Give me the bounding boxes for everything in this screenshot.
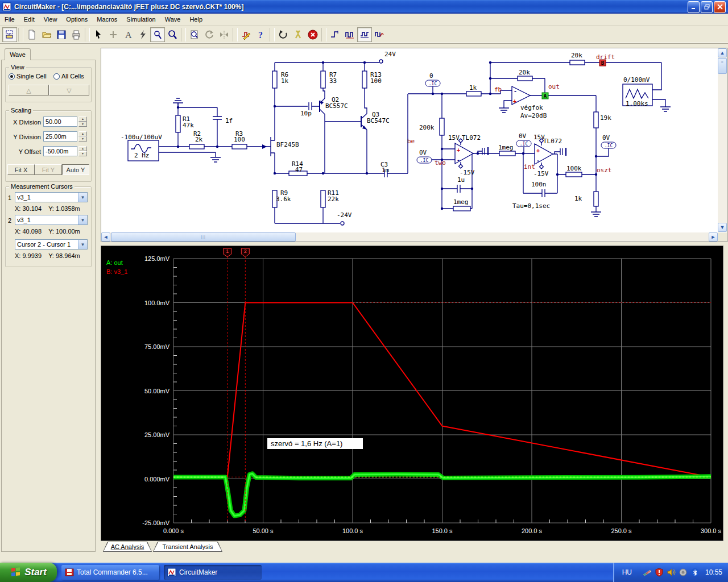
cursor2-signal-select[interactable]: v3_1 ▼ [15, 215, 88, 225]
spin-down-icon[interactable]: ▼ [78, 136, 87, 142]
schematic-hscrollbar[interactable]: ◄ ||| ► [101, 232, 718, 242]
cursor1-signal-select[interactable]: v3_1 ▼ [15, 192, 88, 202]
tab-wave[interactable]: Wave [5, 48, 31, 60]
menu-item-simulation[interactable]: Simulation [122, 14, 160, 24]
cell-up-button[interactable]: △ [9, 85, 49, 95]
fit-x-button[interactable]: Fit X [7, 164, 35, 175]
app-icon [2, 2, 11, 11]
bluetooth-icon[interactable] [690, 568, 700, 577]
tab-ac-analysis[interactable]: AC Analysis [103, 542, 152, 552]
schematic-label: BC547C [367, 117, 390, 124]
x-axis-tick-label: 300.0 s [701, 527, 722, 534]
language-indicator[interactable]: HU [622, 568, 632, 576]
restore-button[interactable] [701, 1, 713, 13]
print-icon[interactable] [69, 27, 84, 42]
menu-item-macros[interactable]: Macros [92, 14, 122, 24]
radio-all-cells-label: All Cells [61, 73, 84, 80]
x-division-spinner[interactable]: ▲▼ [78, 117, 87, 127]
start-button[interactable]: Start [0, 563, 57, 582]
vscroll-thumb[interactable]: ≡ [718, 58, 727, 74]
schematic-label: 22k [328, 196, 339, 203]
mixed-signal-icon[interactable] [372, 27, 387, 42]
fit-y-button[interactable]: Fit Y [35, 164, 62, 175]
part-browser-icon[interactable] [2, 27, 17, 42]
y-offset-input[interactable] [43, 146, 77, 156]
mirror-icon[interactable] [217, 27, 231, 42]
scroll-up-icon[interactable]: ▲ [718, 48, 727, 57]
schematic-canvas[interactable]: -+ +- +- -100u/100uV2 HzR147k1fR22kR3100… [101, 48, 718, 232]
schematic-label: 24V [384, 51, 396, 58]
zoom-tool-icon[interactable] [165, 27, 180, 42]
scroll-down-icon[interactable]: ▼ [718, 223, 727, 232]
schematic-label: 0/100mV [623, 76, 650, 84]
spin-up-icon[interactable]: ▲ [78, 131, 87, 136]
menu-item-file[interactable]: File [0, 14, 19, 24]
y-division-spinner[interactable]: ▲▼ [78, 131, 87, 142]
move-plus-icon[interactable] [106, 27, 121, 42]
chevron-down-icon[interactable]: ▼ [78, 215, 87, 225]
x-division-input[interactable] [43, 117, 77, 127]
spin-up-icon[interactable]: ▲ [78, 117, 87, 122]
radio-all-cells-icon[interactable] [53, 73, 60, 80]
task-circuitmaker[interactable]: CircuitMaker [164, 565, 262, 580]
x-axis-tick-label: 100.0 s [342, 527, 363, 534]
radio-all-cells[interactable]: All Cells [53, 73, 84, 80]
volume-icon[interactable] [667, 568, 676, 577]
y-division-input[interactable] [43, 131, 77, 142]
cursor-diff-select[interactable]: Cursor 2 - Cursor 1 ▼ [15, 239, 88, 250]
x-axis-tick-label: 200.0 s [522, 527, 543, 534]
open-file-icon[interactable] [39, 27, 54, 42]
y-offset-spinner[interactable]: ▲▼ [78, 146, 87, 156]
waveform-plot[interactable]: 12125.0mV100.0mV75.00mV50.00mV25.00mV0.0… [101, 246, 723, 541]
close-button[interactable] [714, 1, 726, 13]
menu-item-view[interactable]: View [39, 14, 62, 24]
reset-icon[interactable] [276, 27, 291, 42]
scroll-right-icon[interactable]: ► [709, 232, 718, 242]
chevron-down-icon[interactable]: ▼ [78, 240, 87, 249]
probe-tool-icon[interactable] [150, 27, 165, 42]
menu-item-edit[interactable]: Edit [19, 14, 39, 24]
zoom-page-icon[interactable] [187, 27, 202, 42]
schematic-label: 2 Hz [134, 152, 150, 159]
schematic-label: 100n [531, 181, 547, 188]
cell-down-button[interactable]: ▽ [49, 85, 89, 95]
analysis-tab-row: AC Analysis Transient Analysis [101, 542, 727, 553]
scroll-left-icon[interactable]: ◄ [101, 232, 110, 242]
schematic-vscrollbar[interactable]: ▲ ≡ ▼ [718, 48, 727, 232]
minimize-button[interactable] [688, 1, 700, 13]
radio-single-cell[interactable]: Single Cell [9, 73, 47, 80]
stop-icon[interactable] [305, 27, 320, 42]
text-tool-icon[interactable]: A [121, 27, 135, 42]
spin-up-icon[interactable]: ▲ [78, 146, 87, 151]
hscroll-thumb[interactable]: ||| [111, 232, 296, 242]
spin-down-icon[interactable]: ▼ [78, 122, 87, 127]
toolbar-separator [270, 28, 275, 41]
edit-simulation-icon[interactable] [239, 27, 254, 42]
security-shield-icon[interactable] [655, 568, 664, 577]
menu-item-help[interactable]: Help [185, 14, 207, 24]
wrench-icon[interactable] [291, 27, 305, 42]
scope-icon[interactable] [357, 27, 372, 42]
pulse-icon[interactable] [342, 27, 357, 42]
help-icon[interactable]: ? [254, 27, 268, 42]
menu-item-options[interactable]: Options [61, 14, 92, 24]
task-total-commander-label: Total Commander 6.5... [77, 568, 148, 576]
spin-down-icon[interactable]: ▼ [78, 151, 87, 156]
save-icon[interactable] [54, 27, 69, 42]
rotate-icon[interactable] [202, 27, 217, 42]
chevron-down-icon[interactable]: ▼ [78, 193, 87, 202]
wire-tool-icon[interactable] [135, 27, 150, 42]
new-file-icon[interactable] [24, 27, 39, 42]
select-arrow-icon[interactable] [91, 27, 106, 42]
tab-transient-analysis[interactable]: Transient Analysis [153, 542, 222, 552]
digital-step-icon[interactable] [328, 27, 342, 42]
taskbar-clock[interactable]: 10:55 [705, 568, 722, 576]
toolbar-separator [85, 28, 90, 41]
waveform-pane[interactable]: 12125.0mV100.0mV75.00mV50.00mV25.00mV0.0… [101, 246, 723, 541]
auto-y-button[interactable]: Auto Y [62, 164, 89, 175]
sound-device-icon[interactable] [679, 568, 688, 577]
menu-item-wave[interactable]: Wave [160, 14, 185, 24]
radio-single-cell-icon[interactable] [9, 73, 15, 80]
task-total-commander[interactable]: Total Commander 6.5... [61, 565, 159, 580]
tablet-pen-icon[interactable] [643, 568, 652, 577]
